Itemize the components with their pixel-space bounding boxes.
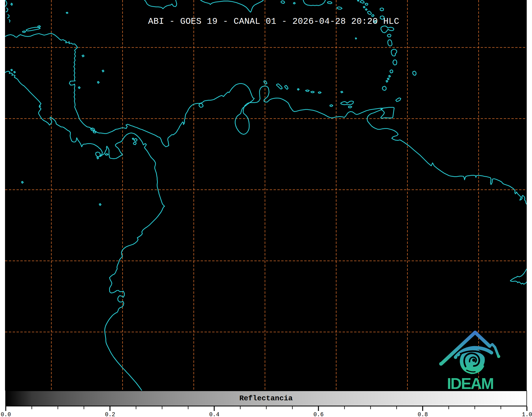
svg-text:IDEAM: IDEAM <box>447 375 493 392</box>
